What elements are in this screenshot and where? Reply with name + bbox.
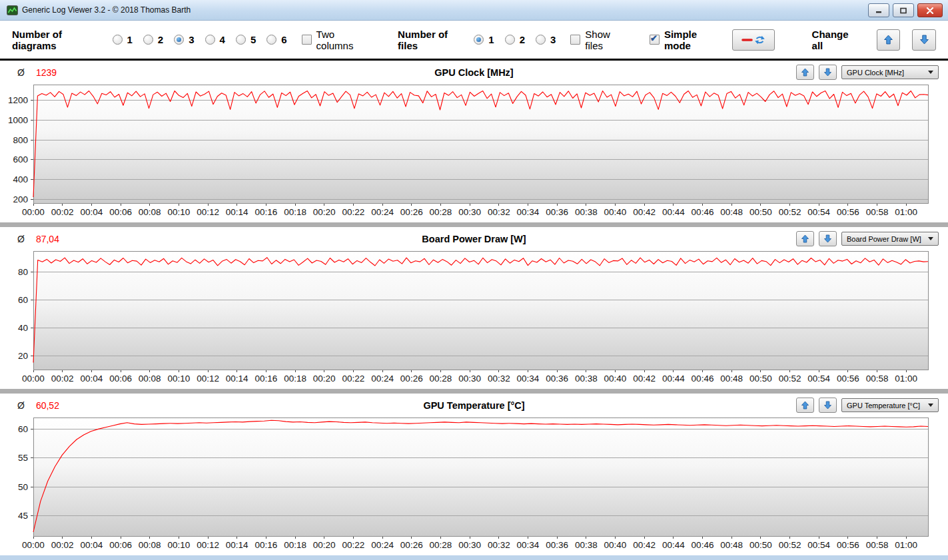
svg-text:00:20: 00:20 (313, 374, 336, 384)
svg-text:00:44: 00:44 (662, 374, 685, 384)
panel-1-down-button[interactable] (819, 65, 837, 80)
radio-files-1-label[interactable]: 1 (488, 34, 494, 45)
panel-board-power: Ø 87,04 Board Power Draw [W] Board Power… (0, 227, 948, 389)
svg-text:00:56: 00:56 (837, 207, 859, 217)
svg-text:00:28: 00:28 (430, 540, 452, 550)
panel-2-up-button[interactable] (796, 231, 814, 246)
svg-text:00:26: 00:26 (400, 374, 423, 384)
maximize-button[interactable] (893, 3, 914, 17)
toolbar: Number of diagrams 1 2 3 4 5 6 Two colum… (0, 21, 948, 59)
svg-text:00:16: 00:16 (254, 207, 277, 217)
svg-text:00:32: 00:32 (488, 374, 510, 384)
radio-files-1[interactable] (474, 35, 484, 45)
up-arrow-icon (801, 234, 809, 243)
svg-text:00:14: 00:14 (226, 374, 248, 384)
up-arrow-icon (801, 68, 809, 77)
minimize-button[interactable] (868, 3, 889, 17)
svg-text:00:56: 00:56 (837, 374, 859, 384)
radio-diagrams-5-label[interactable]: 5 (250, 34, 256, 45)
svg-text:00:52: 00:52 (779, 540, 801, 550)
radio-diagrams-1-label[interactable]: 1 (127, 34, 133, 45)
svg-text:00:04: 00:04 (80, 540, 103, 550)
red-line-refresh-icon (740, 34, 767, 46)
board-power-chart-plot[interactable]: 2040608000:0000:0200:0400:0600:0800:1000… (0, 248, 937, 388)
down-arrow-icon (824, 68, 831, 77)
simple-mode-label[interactable]: Simple mode (664, 29, 721, 51)
svg-text:00:34: 00:34 (517, 540, 540, 550)
gpu-clock-chart-plot[interactable]: 2004006008001000120000:0000:0200:0400:06… (0, 82, 937, 221)
average-symbol: Ø (17, 67, 25, 78)
svg-text:00:30: 00:30 (458, 540, 481, 550)
reset-refresh-button[interactable] (732, 29, 775, 51)
svg-text:00:12: 00:12 (197, 540, 219, 550)
radio-diagrams-3-label[interactable]: 3 (189, 34, 194, 45)
svg-text:00:28: 00:28 (430, 207, 452, 217)
svg-text:00:40: 00:40 (604, 540, 627, 550)
two-columns-label[interactable]: Two columns (316, 29, 370, 51)
svg-text:00:34: 00:34 (517, 207, 540, 217)
radio-diagrams-3[interactable] (174, 35, 184, 45)
metric-select-3[interactable]: GPU Temperature [°C] (841, 398, 939, 412)
radio-diagrams-2-label[interactable]: 2 (158, 34, 163, 45)
svg-text:00:00: 00:00 (22, 540, 45, 550)
metric-select-1[interactable]: GPU Clock [MHz] (841, 65, 939, 79)
change-all-down-button[interactable] (912, 29, 936, 51)
simple-mode-checkbox[interactable] (650, 35, 660, 45)
radio-files-3[interactable] (536, 35, 546, 45)
svg-text:60: 60 (18, 424, 28, 434)
svg-text:00:54: 00:54 (807, 540, 830, 550)
radio-files-3-label[interactable]: 3 (550, 34, 556, 45)
svg-text:00:12: 00:12 (197, 207, 219, 217)
svg-text:00:46: 00:46 (692, 207, 714, 217)
svg-text:200: 200 (13, 194, 28, 204)
radio-files-2-label[interactable]: 2 (520, 34, 525, 45)
svg-text:00:48: 00:48 (720, 540, 743, 550)
svg-text:600: 600 (13, 154, 28, 164)
radio-diagrams-2[interactable] (143, 35, 153, 45)
svg-text:00:54: 00:54 (807, 374, 830, 384)
close-icon (926, 7, 934, 14)
radio-diagrams-4[interactable] (205, 35, 215, 45)
svg-text:00:08: 00:08 (139, 207, 161, 217)
titlebar[interactable]: Generic Log Viewer 3.2 - © 2018 Thomas B… (0, 0, 948, 21)
svg-text:00:22: 00:22 (342, 540, 365, 550)
radio-diagrams-6[interactable] (266, 35, 276, 45)
panel-3-up-button[interactable] (796, 398, 814, 413)
down-arrow-icon (920, 35, 929, 45)
svg-text:00:26: 00:26 (400, 207, 423, 217)
svg-text:1000: 1000 (8, 115, 28, 125)
show-files-label[interactable]: Show files (585, 29, 627, 51)
svg-text:00:24: 00:24 (371, 207, 394, 217)
metric-select-2[interactable]: Board Power Draw [W] (841, 232, 939, 246)
svg-text:00:50: 00:50 (749, 374, 772, 384)
svg-text:00:20: 00:20 (313, 540, 336, 550)
radio-files-2[interactable] (505, 35, 515, 45)
svg-text:00:06: 00:06 (109, 540, 132, 550)
svg-text:00:18: 00:18 (284, 374, 306, 384)
svg-text:00:52: 00:52 (779, 374, 801, 384)
svg-text:00:30: 00:30 (458, 207, 481, 217)
panel-3-down-button[interactable] (819, 398, 837, 413)
close-button[interactable] (917, 3, 943, 17)
svg-text:400: 400 (13, 174, 28, 184)
svg-text:00:00: 00:00 (22, 374, 45, 384)
up-arrow-icon (801, 401, 809, 410)
show-files-checkbox[interactable] (570, 35, 580, 45)
radio-diagrams-5[interactable] (236, 35, 246, 45)
metric-select-1-value: GPU Clock [MHz] (847, 69, 904, 77)
svg-text:00:42: 00:42 (633, 540, 656, 550)
down-arrow-icon (824, 401, 831, 410)
svg-text:00:32: 00:32 (488, 207, 510, 217)
change-all-up-button[interactable] (877, 29, 901, 51)
svg-text:00:34: 00:34 (517, 374, 540, 384)
panel-2-down-button[interactable] (819, 231, 837, 246)
svg-text:00:24: 00:24 (371, 540, 394, 550)
svg-text:00:28: 00:28 (430, 374, 452, 384)
radio-diagrams-4-label[interactable]: 4 (220, 34, 225, 45)
window-title: Generic Log Viewer 3.2 - © 2018 Thomas B… (22, 5, 191, 15)
radio-diagrams-1[interactable] (113, 35, 123, 45)
two-columns-checkbox[interactable] (302, 35, 312, 45)
panel-1-up-button[interactable] (796, 65, 814, 80)
radio-diagrams-6-label[interactable]: 6 (281, 34, 286, 45)
gpu-temperature-chart-plot[interactable]: 4550556000:0000:0200:0400:0600:0800:1000… (0, 415, 937, 554)
